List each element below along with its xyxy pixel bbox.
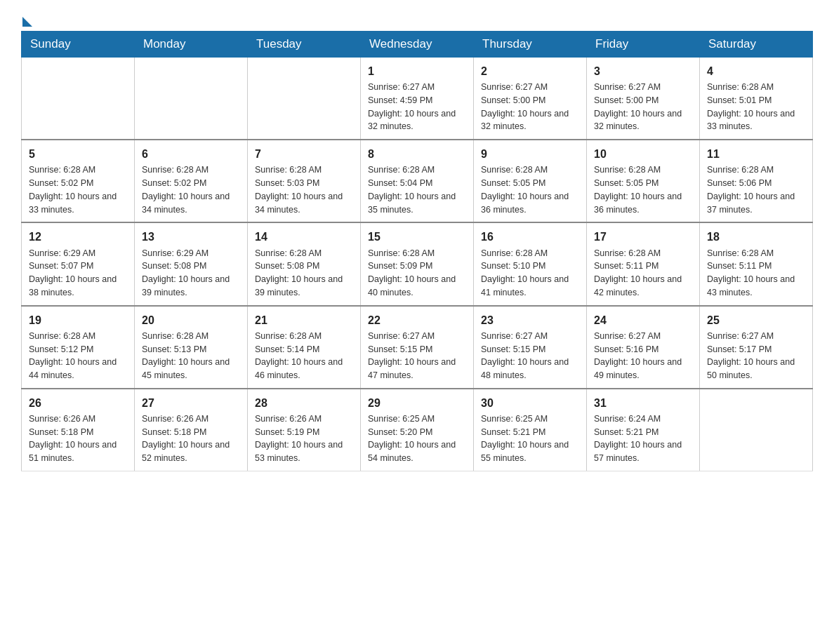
day-info: Sunrise: 6:26 AM Sunset: 5:18 PM Dayligh… <box>142 412 240 465</box>
calendar-cell <box>135 58 248 140</box>
calendar-cell: 18Sunrise: 6:28 AM Sunset: 5:11 PM Dayli… <box>700 222 813 305</box>
calendar-cell: 16Sunrise: 6:28 AM Sunset: 5:10 PM Dayli… <box>474 222 587 305</box>
calendar-cell: 11Sunrise: 6:28 AM Sunset: 5:06 PM Dayli… <box>700 140 813 222</box>
day-header-wednesday: Wednesday <box>361 32 474 58</box>
day-info: Sunrise: 6:27 AM Sunset: 5:16 PM Dayligh… <box>594 330 692 382</box>
day-number: 5 <box>29 146 127 162</box>
logo-triangle-icon <box>22 17 32 27</box>
calendar-cell: 4Sunrise: 6:28 AM Sunset: 5:01 PM Daylig… <box>700 58 813 140</box>
calendar-cell: 5Sunrise: 6:28 AM Sunset: 5:02 PM Daylig… <box>22 140 135 222</box>
day-info: Sunrise: 6:27 AM Sunset: 5:00 PM Dayligh… <box>594 81 692 133</box>
day-header-friday: Friday <box>587 32 700 58</box>
day-number: 15 <box>368 229 466 245</box>
day-number: 29 <box>368 395 466 411</box>
calendar-cell: 22Sunrise: 6:27 AM Sunset: 5:15 PM Dayli… <box>361 306 474 389</box>
day-header-saturday: Saturday <box>700 32 813 58</box>
day-info: Sunrise: 6:28 AM Sunset: 5:03 PM Dayligh… <box>255 163 353 216</box>
day-header-sunday: Sunday <box>22 32 135 58</box>
calendar-table: SundayMondayTuesdayWednesdayThursdayFrid… <box>21 31 813 471</box>
page-header <box>21 14 813 24</box>
calendar-cell: 7Sunrise: 6:28 AM Sunset: 5:03 PM Daylig… <box>248 140 361 222</box>
logo <box>21 14 32 24</box>
calendar-cell: 24Sunrise: 6:27 AM Sunset: 5:16 PM Dayli… <box>587 306 700 389</box>
day-info: Sunrise: 6:27 AM Sunset: 4:59 PM Dayligh… <box>368 81 466 133</box>
day-number: 9 <box>481 146 579 162</box>
day-number: 7 <box>255 146 353 162</box>
calendar-week-row: 5Sunrise: 6:28 AM Sunset: 5:02 PM Daylig… <box>22 140 813 222</box>
day-header-thursday: Thursday <box>474 32 587 58</box>
day-info: Sunrise: 6:27 AM Sunset: 5:00 PM Dayligh… <box>481 81 579 133</box>
day-number: 2 <box>481 63 579 79</box>
day-info: Sunrise: 6:28 AM Sunset: 5:12 PM Dayligh… <box>29 330 127 382</box>
day-info: Sunrise: 6:27 AM Sunset: 5:17 PM Dayligh… <box>707 330 805 382</box>
day-info: Sunrise: 6:24 AM Sunset: 5:21 PM Dayligh… <box>594 412 692 465</box>
day-info: Sunrise: 6:25 AM Sunset: 5:20 PM Dayligh… <box>368 412 466 465</box>
day-number: 18 <box>707 229 805 245</box>
day-number: 10 <box>594 146 692 162</box>
calendar-cell: 10Sunrise: 6:28 AM Sunset: 5:05 PM Dayli… <box>587 140 700 222</box>
day-number: 23 <box>481 312 579 328</box>
day-number: 22 <box>368 312 466 328</box>
day-info: Sunrise: 6:26 AM Sunset: 5:19 PM Dayligh… <box>255 412 353 465</box>
day-info: Sunrise: 6:28 AM Sunset: 5:11 PM Dayligh… <box>707 247 805 300</box>
day-number: 8 <box>368 146 466 162</box>
calendar-cell: 20Sunrise: 6:28 AM Sunset: 5:13 PM Dayli… <box>135 306 248 389</box>
day-info: Sunrise: 6:28 AM Sunset: 5:01 PM Dayligh… <box>707 81 805 133</box>
calendar-cell <box>22 58 135 140</box>
day-info: Sunrise: 6:28 AM Sunset: 5:08 PM Dayligh… <box>255 247 353 300</box>
calendar-week-row: 1Sunrise: 6:27 AM Sunset: 4:59 PM Daylig… <box>22 58 813 140</box>
calendar-header-row: SundayMondayTuesdayWednesdayThursdayFrid… <box>22 32 813 58</box>
day-number: 30 <box>481 395 579 411</box>
calendar-cell: 26Sunrise: 6:26 AM Sunset: 5:18 PM Dayli… <box>22 389 135 471</box>
calendar-cell: 9Sunrise: 6:28 AM Sunset: 5:05 PM Daylig… <box>474 140 587 222</box>
day-number: 3 <box>594 63 692 79</box>
calendar-cell: 1Sunrise: 6:27 AM Sunset: 4:59 PM Daylig… <box>361 58 474 140</box>
day-info: Sunrise: 6:28 AM Sunset: 5:14 PM Dayligh… <box>255 330 353 382</box>
day-header-monday: Monday <box>135 32 248 58</box>
calendar-cell <box>248 58 361 140</box>
day-number: 19 <box>29 312 127 328</box>
calendar-cell <box>700 389 813 471</box>
day-info: Sunrise: 6:28 AM Sunset: 5:11 PM Dayligh… <box>594 247 692 300</box>
day-info: Sunrise: 6:28 AM Sunset: 5:02 PM Dayligh… <box>142 163 240 216</box>
calendar-cell: 29Sunrise: 6:25 AM Sunset: 5:20 PM Dayli… <box>361 389 474 471</box>
calendar-cell: 17Sunrise: 6:28 AM Sunset: 5:11 PM Dayli… <box>587 222 700 305</box>
day-number: 16 <box>481 229 579 245</box>
calendar-week-row: 12Sunrise: 6:29 AM Sunset: 5:07 PM Dayli… <box>22 222 813 305</box>
day-number: 26 <box>29 395 127 411</box>
day-info: Sunrise: 6:28 AM Sunset: 5:13 PM Dayligh… <box>142 330 240 382</box>
day-number: 14 <box>255 229 353 245</box>
calendar-cell: 15Sunrise: 6:28 AM Sunset: 5:09 PM Dayli… <box>361 222 474 305</box>
day-info: Sunrise: 6:28 AM Sunset: 5:04 PM Dayligh… <box>368 163 466 216</box>
day-info: Sunrise: 6:28 AM Sunset: 5:06 PM Dayligh… <box>707 163 805 216</box>
calendar-cell: 30Sunrise: 6:25 AM Sunset: 5:21 PM Dayli… <box>474 389 587 471</box>
calendar-cell: 27Sunrise: 6:26 AM Sunset: 5:18 PM Dayli… <box>135 389 248 471</box>
calendar-cell: 28Sunrise: 6:26 AM Sunset: 5:19 PM Dayli… <box>248 389 361 471</box>
day-info: Sunrise: 6:28 AM Sunset: 5:09 PM Dayligh… <box>368 247 466 300</box>
calendar-cell: 14Sunrise: 6:28 AM Sunset: 5:08 PM Dayli… <box>248 222 361 305</box>
calendar-cell: 13Sunrise: 6:29 AM Sunset: 5:08 PM Dayli… <box>135 222 248 305</box>
calendar-week-row: 19Sunrise: 6:28 AM Sunset: 5:12 PM Dayli… <box>22 306 813 389</box>
calendar-cell: 23Sunrise: 6:27 AM Sunset: 5:15 PM Dayli… <box>474 306 587 389</box>
day-number: 4 <box>707 63 805 79</box>
day-number: 31 <box>594 395 692 411</box>
day-info: Sunrise: 6:27 AM Sunset: 5:15 PM Dayligh… <box>481 330 579 382</box>
calendar-cell: 6Sunrise: 6:28 AM Sunset: 5:02 PM Daylig… <box>135 140 248 222</box>
calendar-week-row: 26Sunrise: 6:26 AM Sunset: 5:18 PM Dayli… <box>22 389 813 471</box>
day-number: 21 <box>255 312 353 328</box>
day-number: 13 <box>142 229 240 245</box>
day-info: Sunrise: 6:25 AM Sunset: 5:21 PM Dayligh… <box>481 412 579 465</box>
calendar-cell: 25Sunrise: 6:27 AM Sunset: 5:17 PM Dayli… <box>700 306 813 389</box>
day-number: 28 <box>255 395 353 411</box>
day-number: 6 <box>142 146 240 162</box>
calendar-cell: 2Sunrise: 6:27 AM Sunset: 5:00 PM Daylig… <box>474 58 587 140</box>
day-number: 24 <box>594 312 692 328</box>
day-number: 27 <box>142 395 240 411</box>
day-info: Sunrise: 6:27 AM Sunset: 5:15 PM Dayligh… <box>368 330 466 382</box>
day-info: Sunrise: 6:29 AM Sunset: 5:07 PM Dayligh… <box>29 247 127 300</box>
calendar-cell: 8Sunrise: 6:28 AM Sunset: 5:04 PM Daylig… <box>361 140 474 222</box>
day-info: Sunrise: 6:29 AM Sunset: 5:08 PM Dayligh… <box>142 247 240 300</box>
day-header-tuesday: Tuesday <box>248 32 361 58</box>
calendar-cell: 31Sunrise: 6:24 AM Sunset: 5:21 PM Dayli… <box>587 389 700 471</box>
day-info: Sunrise: 6:26 AM Sunset: 5:18 PM Dayligh… <box>29 412 127 465</box>
